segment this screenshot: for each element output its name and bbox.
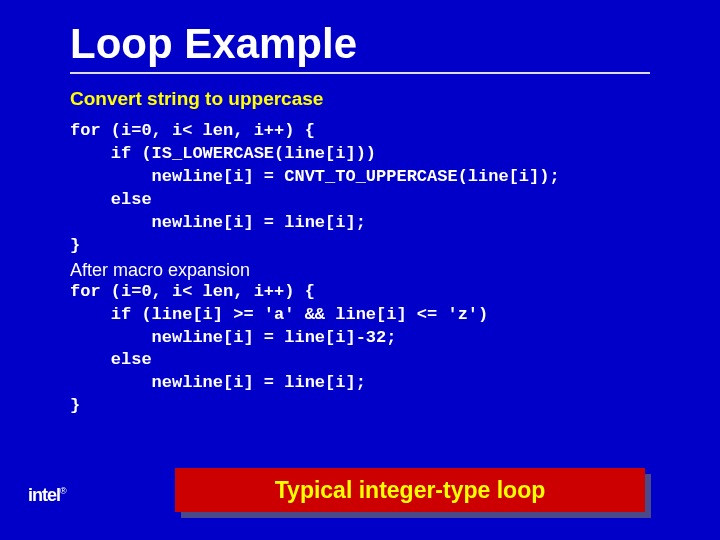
registered-icon: ® <box>60 486 66 496</box>
code-block-1: for (i=0, i< len, i++) { if (IS_LOWERCAS… <box>70 120 650 258</box>
banner-box: Typical integer-type loop <box>175 468 645 512</box>
slide: Loop Example Convert string to uppercase… <box>0 0 720 540</box>
code-block-2: for (i=0, i< len, i++) { if (line[i] >= … <box>70 281 650 419</box>
subtitle: Convert string to uppercase <box>70 88 650 110</box>
intel-logo: intel® <box>28 485 66 506</box>
logo-text: intel <box>28 485 60 505</box>
banner: Typical integer-type loop <box>175 468 645 512</box>
after-expansion-label: After macro expansion <box>70 260 650 281</box>
title-underline <box>70 72 650 74</box>
banner-text: Typical integer-type loop <box>275 477 546 504</box>
slide-title: Loop Example <box>70 20 650 68</box>
